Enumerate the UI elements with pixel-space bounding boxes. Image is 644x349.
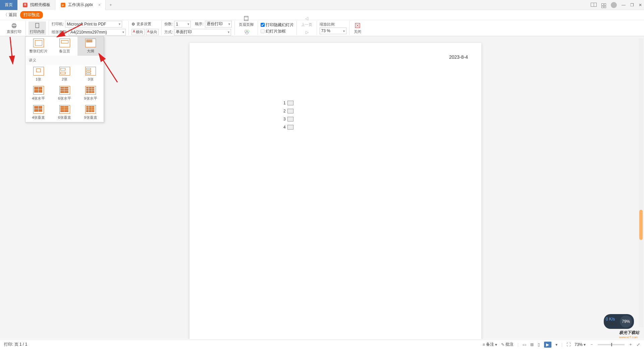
zoom-value[interactable]: 73% ▾ <box>575 342 586 347</box>
sub-bar: 〈 返回 打印预览 <box>0 10 644 20</box>
slideshow-button[interactable]: ▶ <box>544 342 551 348</box>
dropdown-outline[interactable]: 大纲 <box>77 37 104 56</box>
outline-item: 3 <box>283 117 293 121</box>
view-sorter-icon[interactable]: ⊞ <box>530 342 534 347</box>
slide-thumb-icon <box>287 117 293 121</box>
new-tab-button[interactable]: + <box>106 0 116 10</box>
next-page-icon: ▷ <box>303 29 311 36</box>
copies-input[interactable]: 1▾ <box>174 21 191 28</box>
color-icon <box>243 29 251 36</box>
mode-label: 方式: <box>164 30 173 35</box>
dropdown-9v[interactable]: 9张垂直 <box>77 103 104 122</box>
outline-list: 1 2 3 4 <box>283 101 293 130</box>
printer-select[interactable]: Microsoft Print to PDF▾ <box>65 21 122 28</box>
chevron-down-icon: ▾ <box>119 22 120 26</box>
back-label: 返回 <box>9 12 17 18</box>
status-bar: 打印: 页 1 / 1 ≡ 备注 ▾ ✎ 批注 | ▭ ⊞ ▯ ▶ ▾ | ⛶ … <box>0 340 644 349</box>
tab-bar: 首页 找稻壳模板 P 工作演示.pptx × + — ❐ ✕ <box>0 0 644 10</box>
svg-rect-3 <box>12 24 16 27</box>
usage-circle: 79% <box>620 315 632 328</box>
zoom-select[interactable]: 73 %▾ <box>320 28 346 34</box>
svg-rect-4 <box>13 23 15 24</box>
dropdown-6v[interactable]: 6张垂直 <box>52 103 78 122</box>
mode-select[interactable]: 单面打印▾ <box>174 29 231 36</box>
chevron-left-icon: 〈 <box>3 12 7 18</box>
tab-document[interactable]: P 工作演示.pptx × <box>55 0 106 10</box>
dropdown-9h[interactable]: 9张水平 <box>77 84 104 103</box>
portrait-button[interactable]: A纵向 <box>146 29 159 35</box>
grid-icon[interactable] <box>601 2 606 8</box>
window-minimize[interactable]: — <box>622 3 626 7</box>
dropdown-notes[interactable]: 备注页 <box>52 37 78 56</box>
prev-page-icon: ◁ <box>303 15 311 22</box>
dropdown-full-slide[interactable]: 整张幻灯片 <box>25 37 52 56</box>
dropdown-4v[interactable]: 4张垂直 <box>25 103 52 122</box>
outline-item: 4 <box>283 125 293 130</box>
user-avatar[interactable] <box>611 2 617 8</box>
chevron-down-icon[interactable]: ▾ <box>555 342 557 347</box>
tab-template[interactable]: 找稻壳模板 <box>17 0 55 10</box>
paper-value: A4(210mmx297mm) <box>70 30 107 35</box>
dropdown-2up[interactable]: 2张 <box>52 65 78 84</box>
page-date: 2023-8-4 <box>449 54 468 60</box>
fullscreen-icon[interactable]: ⤢ <box>637 342 640 347</box>
tab-home[interactable]: 首页 <box>0 0 17 10</box>
landscape-button[interactable]: A横向 <box>131 29 145 35</box>
back-button[interactable]: 〈 返回 <box>3 12 17 18</box>
direct-print-button[interactable]: 直接打印 <box>5 21 23 35</box>
watermark-logo: 极光下载站 www.xz7.com <box>619 330 639 339</box>
zoom-in-button[interactable]: ＋ <box>629 342 633 347</box>
print-content-label: 打印内容 <box>30 29 45 34</box>
tab-document-label: 工作演示.pptx <box>68 2 93 8</box>
notes-toggle[interactable]: ≡ 备注 ▾ <box>483 342 497 347</box>
fit-icon[interactable]: ⛶ <box>567 342 571 347</box>
dropdown-4h[interactable]: 4张水平 <box>25 84 52 103</box>
dropdown-3up[interactable]: 3张 <box>77 65 104 84</box>
view-reading-icon[interactable]: ▯ <box>538 342 540 347</box>
page-info: 打印: 页 1 / 1 <box>4 342 27 347</box>
slide-frame-checkbox[interactable]: 幻灯片加框 <box>261 29 294 34</box>
template-icon <box>22 2 28 8</box>
comments-toggle[interactable]: ✎ 批注 <box>501 342 514 347</box>
outline-item: 1 <box>283 101 293 105</box>
zoom-slider[interactable] <box>598 344 625 345</box>
dropdown-6h[interactable]: 6张水平 <box>52 84 78 103</box>
header-footer-button[interactable]: 页眉页脚 <box>237 14 255 28</box>
outline-item: 2 <box>283 109 293 113</box>
ribbon-toolbar: 直接打印 打印内容 打印机: Microsoft Print to PDF▾ 纸… <box>0 20 644 36</box>
dropdown-1up[interactable]: 1张 <box>25 65 52 84</box>
more-settings-label: 更多设置 <box>137 21 151 27</box>
paper-select[interactable]: A4(210mmx297mm)▾ <box>69 29 126 36</box>
more-settings-button[interactable]: ⚙ 更多设置 <box>131 20 159 28</box>
network-widget[interactable]: 0 K/s 0.3K/s 79% <box>604 314 634 329</box>
print-content-dropdown: 整张幻灯片 备注页 大纲 讲义 1张 2张 3张 4张水平 6张水平 9张水平 … <box>25 36 104 122</box>
scrollbar-thumb[interactable] <box>639 210 643 240</box>
tab-home-label: 首页 <box>5 2 13 8</box>
hide-slides-checkbox[interactable]: 打印隐藏幻灯片 <box>261 22 294 28</box>
vertical-scrollbar[interactable] <box>639 39 643 327</box>
tab-close-icon[interactable]: × <box>98 3 101 7</box>
print-content-button[interactable]: 打印内容 <box>29 21 46 35</box>
printer-icon <box>10 22 18 29</box>
header-footer-icon <box>242 15 250 22</box>
direct-print-label: 直接打印 <box>7 29 21 34</box>
window-restore[interactable]: ❐ <box>630 3 634 7</box>
header-footer-label: 页眉页脚 <box>239 22 254 27</box>
slide-thumb-icon <box>287 125 293 130</box>
prev-page-button[interactable]: ◁ 上一页 <box>300 14 314 28</box>
printer-value: Microsoft Print to PDF <box>67 22 106 27</box>
slide-thumb-icon <box>287 109 293 113</box>
copies-label: 份数: <box>164 21 173 27</box>
gear-icon: ⚙ <box>131 22 135 27</box>
ppt-icon: P <box>60 2 66 8</box>
order-label: 顺序: <box>195 21 203 27</box>
window-close[interactable]: ✕ <box>639 3 642 7</box>
layout-icon[interactable] <box>591 3 597 8</box>
page-icon <box>33 22 41 29</box>
slide-thumb-icon <box>287 101 293 105</box>
chevron-down-icon: ▾ <box>122 30 124 34</box>
view-normal-icon[interactable]: ▭ <box>523 342 526 347</box>
order-select[interactable]: 逐份打印▾ <box>205 21 232 28</box>
zoom-out-button[interactable]: － <box>590 342 594 347</box>
close-preview-button[interactable]: 关闭 <box>352 21 363 35</box>
